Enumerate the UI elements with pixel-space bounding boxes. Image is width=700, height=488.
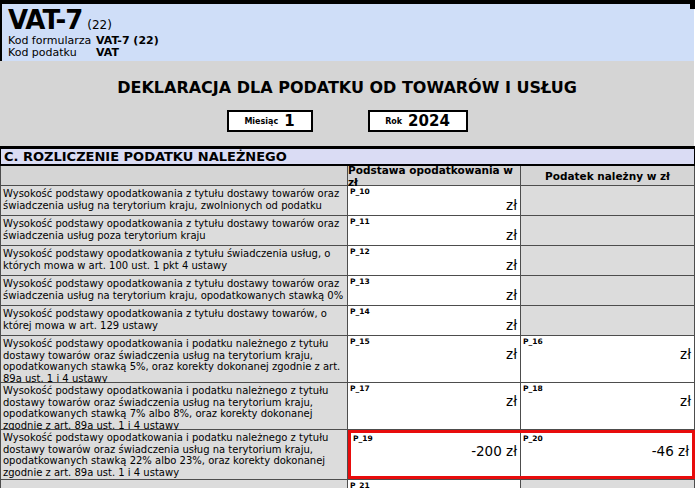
row-description-P_10: Wysokość podstawy opodatkowania z tytułu… bbox=[1, 186, 348, 215]
field-value-P_10: zł bbox=[506, 198, 517, 213]
field-P_21[interactable]: P_21 bbox=[348, 480, 521, 488]
year-label: Rok bbox=[385, 117, 402, 126]
field-P_12[interactable]: P_12zł bbox=[348, 246, 521, 275]
field-value-P_17: zł bbox=[506, 394, 517, 409]
year-box[interactable]: Rok 2024 bbox=[368, 110, 468, 132]
field-P_10[interactable]: P_10zł bbox=[348, 186, 521, 215]
table-header-row: Podstawa opodatkowania w zł Podatek nale… bbox=[1, 166, 695, 186]
field-label-P_18: P_18 bbox=[523, 384, 691, 393]
year-value: 2024 bbox=[408, 112, 450, 130]
field-P_17[interactable]: P_17zł bbox=[348, 383, 521, 429]
kod-podatku-label: Kod podatku bbox=[8, 47, 96, 59]
field-label-P_16: P_16 bbox=[523, 337, 691, 346]
table-row-P_14: Wysokość podstawy opodatkowania z tytułu… bbox=[1, 306, 695, 336]
highlight-red-border: P_19-200 złP_20-46 zł bbox=[348, 430, 695, 479]
section-c-table: Podstawa opodatkowania w zł Podatek nale… bbox=[0, 166, 695, 488]
row-description-P_11: Wysokość podstawy opodatkowania z tytułu… bbox=[1, 216, 348, 245]
field-P_20[interactable]: P_20-46 zł bbox=[521, 433, 692, 476]
empty-tax-cell-P_12 bbox=[521, 246, 695, 275]
row-description-P_12: Wysokość podstawy opodatkowania z tytułu… bbox=[1, 246, 348, 275]
month-box[interactable]: Miesiąc 1 bbox=[227, 110, 313, 132]
empty-tax-cell-P_21 bbox=[521, 480, 695, 488]
field-value-P_19: -200 zł bbox=[471, 444, 517, 459]
field-value-P_13: zł bbox=[506, 288, 517, 303]
table-row-P_13: Wysokość podstawy opodatkowania z tytułu… bbox=[1, 276, 695, 306]
field-P_18[interactable]: P_18zł bbox=[521, 383, 695, 429]
field-value-P_15: zł bbox=[506, 347, 517, 362]
field-P_19[interactable]: P_19-200 zł bbox=[351, 433, 521, 476]
declaration-header: DEKLARACJA DLA PODATKU OD TOWARÓW I USŁU… bbox=[0, 61, 694, 146]
field-P_15[interactable]: P_15zł bbox=[348, 336, 521, 382]
table-row-P_12: Wysokość podstawy opodatkowania z tytułu… bbox=[1, 246, 695, 276]
empty-tax-cell-P_14 bbox=[521, 306, 695, 335]
empty-tax-cell-P_10 bbox=[521, 186, 695, 215]
field-label-P_20: P_20 bbox=[523, 434, 689, 443]
row-description-P_13: Wysokość podstawy opodatkowania z tytułu… bbox=[1, 276, 348, 305]
field-label-P_19: P_19 bbox=[353, 434, 517, 443]
kod-podatku-value: VAT bbox=[96, 46, 119, 59]
kod-podatku-line: Kod podatkuVAT bbox=[8, 47, 694, 59]
empty-tax-cell-P_11 bbox=[521, 216, 695, 245]
field-label-P_12: P_12 bbox=[350, 247, 517, 256]
period-boxes: Miesiąc 1 Rok 2024 bbox=[0, 110, 694, 132]
table-row-P_21: P_21 bbox=[1, 480, 695, 488]
field-value-P_12: zł bbox=[506, 258, 517, 273]
corner-tick-mark bbox=[690, 0, 695, 9]
empty-tax-cell-P_13 bbox=[521, 276, 695, 305]
field-P_13[interactable]: P_13zł bbox=[348, 276, 521, 305]
table-row-P_19: Wysokość podstawy opodatkowania i podatk… bbox=[1, 430, 695, 480]
table-rows: Wysokość podstawy opodatkowania z tytułu… bbox=[1, 186, 695, 488]
table-row-P_10: Wysokość podstawy opodatkowania z tytułu… bbox=[1, 186, 695, 216]
row-description-P_17: Wysokość podstawy opodatkowania i podatk… bbox=[1, 383, 348, 429]
form-version: (22) bbox=[87, 18, 112, 32]
table-row-P_11: Wysokość podstawy opodatkowania z tytułu… bbox=[1, 216, 695, 246]
row-description-P_21 bbox=[1, 480, 348, 488]
declaration-title: DEKLARACJA DLA PODATKU OD TOWARÓW I USŁU… bbox=[0, 61, 694, 97]
field-P_11[interactable]: P_11zł bbox=[348, 216, 521, 245]
field-label-P_13: P_13 bbox=[350, 277, 517, 286]
row-description-P_19: Wysokość podstawy opodatkowania i podatk… bbox=[1, 430, 348, 479]
form-title: VAT-7 bbox=[8, 5, 82, 35]
field-label-P_10: P_10 bbox=[350, 187, 517, 196]
field-label-P_15: P_15 bbox=[350, 337, 517, 346]
header-empty-cell bbox=[1, 166, 348, 185]
field-value-P_18: zł bbox=[680, 394, 691, 409]
table-row-P_15: Wysokość podstawy opodatkowania i podatk… bbox=[1, 336, 695, 383]
field-P_14[interactable]: P_14zł bbox=[348, 306, 521, 335]
header-tax-column: Podatek należny w zł bbox=[521, 166, 695, 185]
field-label-P_17: P_17 bbox=[350, 384, 517, 393]
field-P_16[interactable]: P_16zł bbox=[521, 336, 695, 382]
month-label: Miesiąc bbox=[244, 117, 278, 126]
form-title-line: VAT-7 (22) bbox=[8, 5, 694, 35]
field-value-P_16: zł bbox=[680, 347, 691, 362]
header-base-column: Podstawa opodatkowania w zł bbox=[348, 166, 521, 185]
vat7-form-page: VAT-7 (22) Kod formularzaVAT-7 (22) Kod … bbox=[0, 0, 700, 488]
field-label-P_11: P_11 bbox=[350, 217, 517, 226]
month-value: 1 bbox=[284, 112, 294, 130]
row-description-P_14: Wysokość podstawy opodatkowania z tytułu… bbox=[1, 306, 348, 335]
field-value-P_20: -46 zł bbox=[652, 444, 689, 459]
form-header: VAT-7 (22) Kod formularzaVAT-7 (22) Kod … bbox=[0, 4, 694, 61]
field-value-P_11: zł bbox=[506, 228, 517, 243]
field-label-P_21: P_21 bbox=[350, 481, 517, 488]
table-row-P_17: Wysokość podstawy opodatkowania i podatk… bbox=[1, 383, 695, 430]
field-value-P_14: zł bbox=[506, 318, 517, 333]
row-description-P_15: Wysokość podstawy opodatkowania i podatk… bbox=[1, 336, 348, 382]
field-label-P_14: P_14 bbox=[350, 307, 517, 316]
